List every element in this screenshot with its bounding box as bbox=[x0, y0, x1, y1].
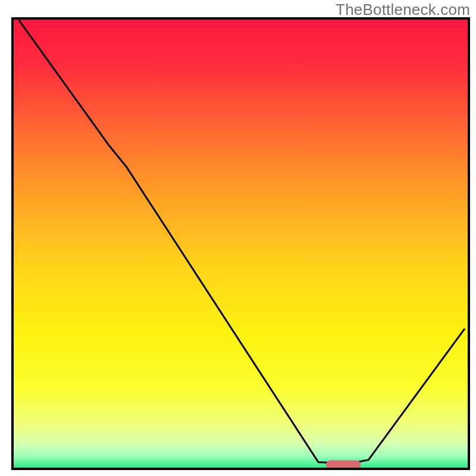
watermark-text: TheBottleneck.com bbox=[336, 1, 470, 19]
chart-background-gradient bbox=[12, 18, 469, 469]
bottleneck-chart bbox=[0, 0, 476, 476]
